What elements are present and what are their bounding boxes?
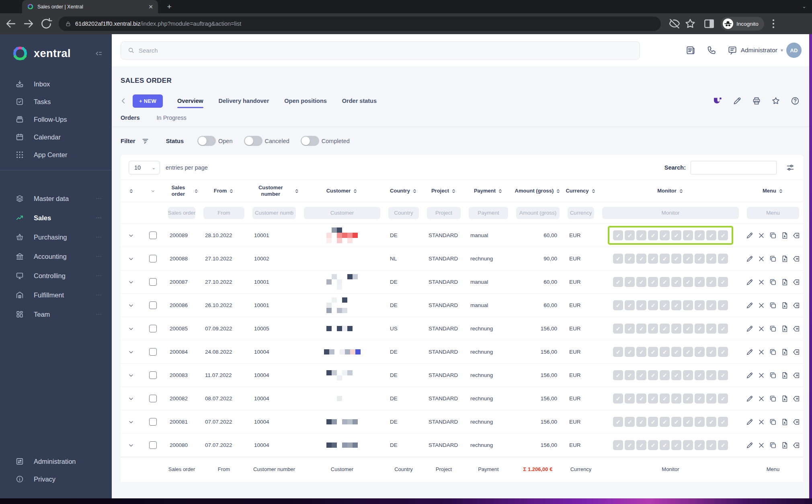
sort-icon[interactable] <box>679 188 684 194</box>
monitor-check-box[interactable]: ✓ <box>695 324 705 334</box>
copy-icon[interactable] <box>769 325 777 333</box>
delete-icon[interactable] <box>757 395 765 403</box>
edit-icon[interactable] <box>746 278 754 286</box>
row-checkbox[interactable] <box>149 371 157 379</box>
monitor-check-box[interactable]: ✓ <box>636 393 646 404</box>
monitor-check-box[interactable]: ✓ <box>648 230 658 240</box>
copy-icon[interactable] <box>769 371 777 379</box>
table-search-input[interactable] <box>691 161 777 174</box>
monitor-check-box[interactable]: ✓ <box>683 230 693 240</box>
sort-icon[interactable] <box>294 188 299 194</box>
row-expand-icon[interactable] <box>127 302 135 309</box>
pdf-icon[interactable] <box>781 325 789 333</box>
monitor-check-box[interactable]: ✓ <box>660 230 670 240</box>
monitor-check-box[interactable]: ✓ <box>706 440 716 450</box>
monitor-check-box[interactable]: ✓ <box>706 347 716 357</box>
sidebar-item-controlling[interactable]: Controlling⋯ <box>0 266 112 285</box>
url-bar[interactable]: 61d8202af1ff0.xentral.biz/index.php?modu… <box>59 16 661 31</box>
user-menu[interactable]: Administrator ▾ <box>741 47 783 54</box>
delete-icon[interactable] <box>757 255 765 263</box>
help-icon[interactable] <box>790 96 800 106</box>
filter-input-sales_order[interactable]: Sales order <box>168 207 195 219</box>
edit-icon[interactable] <box>746 348 754 356</box>
back-icon[interactable] <box>4 17 18 31</box>
monitor-check-box[interactable]: ✓ <box>695 347 705 357</box>
sidebar-item-tasks[interactable]: Tasks <box>0 93 112 111</box>
news-feed-icon[interactable] <box>685 45 696 55</box>
filter-input-from[interactable]: From <box>203 207 244 219</box>
monitor-check-box[interactable]: ✓ <box>671 254 681 264</box>
monitor-check-box[interactable]: ✓ <box>613 254 623 264</box>
monitor-check-box[interactable]: ✓ <box>625 277 635 287</box>
sidebar-item-accounting[interactable]: Accounting⋯ <box>0 247 112 266</box>
tab-close-icon[interactable]: ✕ <box>148 4 153 10</box>
filter-input-monitor[interactable]: Monitor <box>602 207 739 219</box>
monitor-check-box[interactable]: ✓ <box>625 347 635 357</box>
tabstrip-chevron-icon[interactable]: ⌄ <box>802 3 806 9</box>
eye-off-icon[interactable] <box>668 17 681 30</box>
sort-icon[interactable] <box>591 188 596 194</box>
column-header-monitor[interactable]: Monitor <box>598 184 743 197</box>
global-search-input[interactable]: Search <box>121 41 640 59</box>
monitor-check-box[interactable]: ✓ <box>625 230 635 240</box>
forward-icon[interactable] <box>22 17 35 31</box>
monitor-check-box[interactable]: ✓ <box>671 417 681 427</box>
monitor-check-box[interactable]: ✓ <box>648 417 658 427</box>
sort-icon[interactable] <box>229 188 234 194</box>
row-checkbox[interactable] <box>149 301 157 309</box>
row-expand-icon[interactable] <box>127 279 135 286</box>
monitor-check-box[interactable]: ✓ <box>671 440 681 450</box>
filter-input-payment[interactable]: Payment <box>469 207 508 219</box>
row-expand-icon[interactable] <box>127 232 135 239</box>
monitor-check-box[interactable]: ✓ <box>636 370 646 380</box>
chat-icon[interactable] <box>727 45 738 55</box>
monitor-check-box[interactable]: ✓ <box>625 370 635 380</box>
row-expand-icon[interactable] <box>127 372 135 379</box>
toggle-open[interactable] <box>197 136 216 146</box>
copy-icon[interactable] <box>769 418 777 426</box>
sort-icon[interactable] <box>556 188 561 194</box>
sidebar-item-sales[interactable]: Sales⋯ <box>0 208 112 227</box>
edit-icon[interactable] <box>746 255 754 263</box>
sidebar-item-administration[interactable]: Administration <box>0 453 112 470</box>
filter-input-amount[interactable]: Amount (gross) <box>516 207 560 219</box>
edit-icon[interactable] <box>746 371 754 379</box>
row-checkbox[interactable] <box>149 441 157 449</box>
monitor-check-box[interactable]: ✓ <box>671 277 681 287</box>
copy-icon[interactable] <box>769 232 777 240</box>
column-settings-icon[interactable] <box>785 163 795 172</box>
more-dots-icon[interactable]: ⋯ <box>96 291 102 299</box>
browser-tab[interactable]: Sales order | Xentral ✕ <box>22 0 158 13</box>
pdf-icon[interactable] <box>781 232 789 240</box>
monitor-check-box[interactable]: ✓ <box>613 393 623 404</box>
delete-icon[interactable] <box>757 301 765 309</box>
edit-icon[interactable] <box>746 325 754 333</box>
monitor-check-box[interactable]: ✓ <box>718 230 728 240</box>
tag-add-icon[interactable] <box>792 255 800 263</box>
row-expand-icon[interactable] <box>127 442 135 449</box>
pdf-icon[interactable] <box>781 255 789 263</box>
monitor-check-box[interactable]: ✓ <box>613 440 623 450</box>
monitor-check-box[interactable]: ✓ <box>648 347 658 357</box>
monitor-check-box[interactable]: ✓ <box>660 254 670 264</box>
row-checkbox[interactable] <box>149 395 157 402</box>
pdf-icon[interactable] <box>781 395 789 403</box>
monitor-check-box[interactable]: ✓ <box>648 254 658 264</box>
row-checkbox[interactable] <box>149 232 157 239</box>
monitor-check-box[interactable]: ✓ <box>718 254 728 264</box>
sidebar-item-app-center[interactable]: App Center <box>0 146 112 164</box>
monitor-check-box[interactable]: ✓ <box>613 230 623 240</box>
print-icon[interactable] <box>752 96 761 106</box>
tag-add-icon[interactable] <box>792 278 800 286</box>
new-order-button[interactable]: + NEW <box>133 94 163 108</box>
bookmark-star-icon[interactable] <box>684 17 697 30</box>
tab-order-status[interactable]: Order status <box>342 94 377 108</box>
monitor-check-box[interactable]: ✓ <box>648 440 658 450</box>
more-dots-icon[interactable]: ⋯ <box>96 311 102 318</box>
column-header-sales_order[interactable]: Sales order <box>164 181 199 200</box>
delete-icon[interactable] <box>757 371 765 379</box>
monitor-check-box[interactable]: ✓ <box>660 393 670 404</box>
monitor-check-box[interactable]: ✓ <box>718 324 728 334</box>
monitor-check-box[interactable]: ✓ <box>718 393 728 404</box>
edit-icon[interactable] <box>746 418 754 426</box>
